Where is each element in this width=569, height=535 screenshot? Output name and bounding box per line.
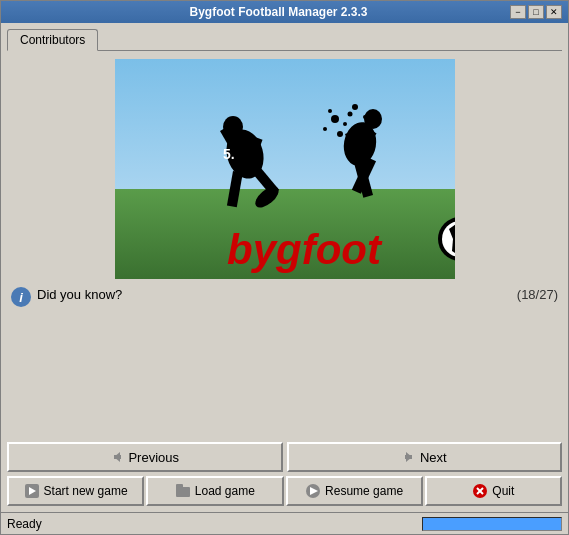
tab-contributors[interactable]: Contributors: [7, 29, 98, 51]
progress-bar: [422, 517, 562, 531]
maximize-button[interactable]: □: [528, 5, 544, 19]
info-icon: i: [11, 287, 31, 307]
tab-bar: Contributors: [7, 29, 562, 51]
status-bar: Ready: [1, 512, 568, 534]
window-title: Bygfoot Football Manager 2.3.3: [47, 5, 510, 19]
did-you-know-label: Did you know?: [37, 287, 511, 302]
main-window: Bygfoot Football Manager 2.3.3 − □ ✕ Con…: [0, 0, 569, 535]
arrow-left-icon: [110, 450, 124, 464]
svg-point-28: [328, 109, 332, 113]
svg-point-29: [352, 104, 358, 110]
start-game-icon: [24, 483, 40, 499]
svg-point-13: [364, 109, 382, 129]
svg-rect-34: [114, 455, 121, 459]
did-you-know-section: i Did you know? (18/27): [7, 283, 562, 343]
previous-button[interactable]: Previous: [7, 442, 283, 472]
did-you-know-count: (18/27): [517, 287, 558, 302]
svg-point-30: [363, 115, 367, 119]
quit-button[interactable]: Quit: [425, 476, 562, 506]
status-text: Ready: [7, 517, 416, 531]
resume-icon: [305, 483, 321, 499]
window-content: Contributors: [1, 23, 568, 512]
svg-point-25: [343, 122, 347, 126]
spacer: [7, 347, 562, 438]
arrow-right-icon: [402, 450, 416, 464]
next-button[interactable]: Next: [287, 442, 563, 472]
load-game-button[interactable]: Load game: [146, 476, 283, 506]
start-new-game-button[interactable]: Start new game: [7, 476, 144, 506]
svg-rect-36: [405, 455, 412, 459]
svg-text:5.: 5.: [223, 146, 235, 162]
bygfoot-logo: 5. bygfoot: [115, 59, 455, 279]
close-button[interactable]: ✕: [546, 5, 562, 19]
svg-text:bygfoot: bygfoot: [227, 226, 383, 273]
svg-point-26: [331, 115, 339, 123]
title-bar: Bygfoot Football Manager 2.3.3 − □ ✕: [1, 1, 568, 23]
load-icon: [175, 483, 191, 499]
svg-rect-40: [176, 484, 183, 489]
svg-point-27: [347, 112, 352, 117]
window-controls: − □ ✕: [510, 5, 562, 19]
resume-game-button[interactable]: Resume game: [286, 476, 423, 506]
action-buttons: Start new game Load game Resume game: [7, 476, 562, 506]
minimize-button[interactable]: −: [510, 5, 526, 19]
logo-container: 5. bygfoot: [7, 59, 562, 279]
quit-icon: [472, 483, 488, 499]
svg-point-31: [323, 127, 327, 131]
svg-point-24: [337, 131, 343, 137]
nav-buttons: Previous Next: [7, 442, 562, 472]
svg-rect-3: [115, 59, 455, 189]
